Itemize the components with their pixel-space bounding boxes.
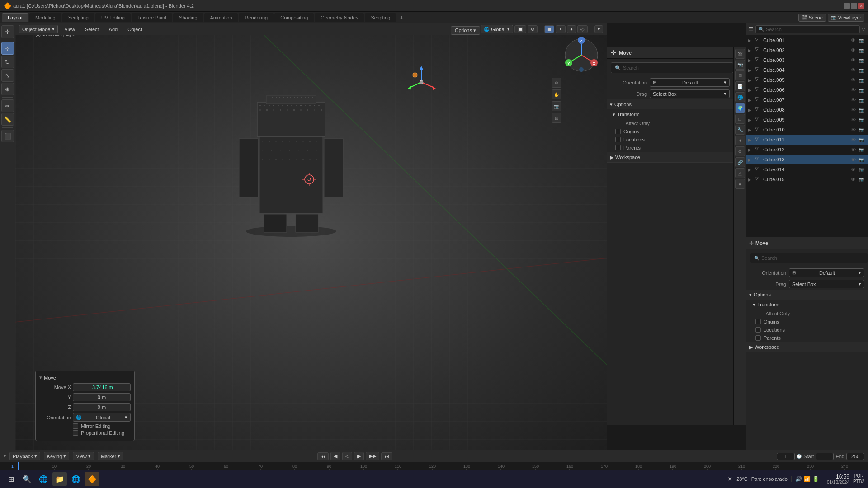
tool-rotate[interactable]: ↻ (1, 56, 14, 68)
scene-selector[interactable]: 🎬 Scene (798, 14, 826, 22)
camera-icon[interactable]: 📷 (552, 101, 561, 111)
playback-menu[interactable]: Playback ▾ (9, 452, 40, 460)
prop-tab-object-data[interactable]: △ (735, 168, 745, 178)
n-panel-search[interactable]: 🔍 Search (611, 62, 733, 73)
n-panel-drag-dropdown[interactable]: Select Box ▾ (650, 89, 730, 98)
prop-tab-view-layer[interactable]: 📑 (735, 81, 745, 91)
tool-annotate[interactable]: ✏ (1, 99, 14, 112)
properties-search[interactable]: 🔍 Search (750, 253, 868, 263)
orientation-dropdown[interactable]: 🌐 Global ▾ (73, 413, 131, 422)
props-parents-checkbox[interactable] (755, 335, 761, 341)
tab-animation[interactable]: Animation (204, 13, 238, 22)
minimize-button[interactable]: ─ (844, 3, 850, 9)
render-mode-xray[interactable]: ◎ (577, 25, 588, 33)
move-x-value[interactable]: -3.7416 m (73, 383, 131, 391)
battery-icon[interactable]: 🔋 (812, 476, 819, 482)
outliner-item-cube013[interactable]: ▶ ▽ Cube.013 👁 📷 (746, 155, 868, 164)
grid-icon[interactable]: ⊞ (552, 113, 561, 123)
timeline-collapse[interactable]: ▾ (4, 454, 6, 459)
options-button[interactable]: Options ▾ (451, 26, 480, 35)
blender-taskbar-icon[interactable]: 🔶 (85, 472, 99, 486)
prop-tab-particles[interactable]: ✦ (735, 136, 745, 145)
object-mode-dropdown[interactable]: Object Mode ▾ (19, 25, 58, 33)
outliner-item-cube008[interactable]: ▶ ▽ Cube.008 👁 📷 (746, 105, 868, 115)
props-options-title[interactable]: ▾ Options (746, 290, 868, 300)
move-z-value[interactable]: 0 m (73, 403, 131, 411)
render-mode-solid[interactable]: ◼ (544, 25, 554, 33)
filter-icon[interactable]: ▽ (862, 27, 865, 32)
end-frame-input[interactable]: 250 (846, 453, 864, 460)
outliner-search[interactable]: 🔍 Search (755, 25, 860, 33)
search-button[interactable]: 🔍 (20, 472, 34, 486)
origins-checkbox[interactable] (615, 129, 621, 134)
prop-tab-constraints[interactable]: 🔗 (735, 157, 745, 167)
outliner-item-cube002[interactable]: ▶ ▽ Cube.002 👁 📷 (746, 45, 868, 55)
tool-scale[interactable]: ⤡ (1, 69, 14, 82)
global-orientation-dropdown[interactable]: 🌐 Global ▾ (481, 25, 513, 33)
n-panel-workspace-title[interactable]: ▶ Workspace (607, 152, 733, 162)
tab-texture-paint[interactable]: Texture Paint (132, 13, 172, 22)
file-explorer-icon[interactable]: 📁 (52, 472, 67, 486)
outliner-item-cube012[interactable]: ▶ ▽ Cube.012 👁 📷 (746, 145, 868, 155)
outliner-item-cube015[interactable]: ▶ ▽ Cube.015 👁 📷 (746, 174, 868, 184)
current-frame-input[interactable]: 1 (777, 453, 795, 460)
prop-tab-modifier[interactable]: 🔧 (735, 125, 745, 135)
add-menu[interactable]: Add (105, 26, 122, 33)
props-drag-dropdown[interactable]: Select Box ▾ (789, 280, 864, 288)
marker-menu[interactable]: Marker ▾ (98, 452, 123, 460)
jump-start-button[interactable]: ⏮ (317, 452, 329, 460)
tab-layout[interactable]: Layout (2, 13, 28, 22)
task-view-button[interactable]: 🌐 (36, 472, 51, 486)
play-button[interactable]: ▶ (354, 452, 364, 460)
render-mode-rendered[interactable]: ● (567, 25, 576, 33)
tool-cursor[interactable]: ✛ (1, 25, 14, 38)
proportional-edit[interactable]: ⊙ (528, 25, 538, 33)
n-panel-transform-title[interactable]: ▾ Transform (610, 109, 731, 119)
outliner-item-cube005[interactable]: ▶ ▽ Cube.005 👁 📷 (746, 75, 868, 85)
outliner-item-cube006[interactable]: ▶ ▽ Cube.006 👁 📷 (746, 85, 868, 95)
tool-move[interactable]: ⊹ (1, 42, 14, 55)
prev-frame-button[interactable]: ◀ (330, 452, 340, 460)
browser-icon[interactable]: 🌐 (69, 472, 83, 486)
snap-toggle[interactable]: 🔲 (514, 25, 526, 33)
shading-options[interactable]: ▾ (594, 25, 603, 33)
outliner-item-cube011[interactable]: ▶ ▽ Cube.011 👁 📷 (746, 135, 868, 145)
props-locations-checkbox[interactable] (755, 327, 761, 333)
language-indicator[interactable]: POR PTB2 (853, 474, 864, 484)
n-panel-options-title[interactable]: ▾ Options (607, 99, 733, 109)
object-menu[interactable]: Object (124, 26, 146, 33)
props-orientation-dropdown[interactable]: ⊞ Default ▾ (789, 268, 864, 277)
add-workspace-button[interactable]: + (397, 13, 406, 22)
viewport-3d[interactable]: Object Mode ▾ View Select Add Object 🌐 G… (15, 23, 607, 450)
jump-end-button[interactable]: ⏭ (381, 452, 392, 460)
clock-display[interactable]: 16:59 01/12/2024 (827, 474, 849, 485)
proportional-editing-checkbox[interactable] (73, 430, 78, 436)
play-reverse-button[interactable]: ◁ (342, 452, 352, 460)
render-mode-material[interactable]: ⚬ (556, 25, 566, 33)
tool-measure[interactable]: 📏 (1, 113, 14, 126)
outliner-item-cube007[interactable]: ▶ ▽ Cube.007 👁 📷 (746, 95, 868, 105)
network-icon[interactable]: 🔊 (795, 476, 802, 482)
prop-tab-scene2[interactable]: 🌐 (735, 92, 745, 102)
zoom-to-fit-icon[interactable]: ⊕ (552, 78, 561, 88)
prop-tab-render[interactable]: 📷 (735, 60, 745, 70)
tab-compositing[interactable]: Compositing (274, 13, 314, 22)
next-frame-button[interactable]: ▶▶ (366, 452, 379, 460)
prop-tab-object[interactable]: □ (735, 114, 745, 124)
start-frame-input[interactable]: 1 (816, 453, 834, 460)
tab-modeling[interactable]: Modeling (29, 13, 61, 22)
outliner-item-cube010[interactable]: ▶ ▽ Cube.010 👁 📷 (746, 125, 868, 135)
prop-tab-physics[interactable]: ⚙ (735, 146, 745, 156)
props-transform-title[interactable]: ▾ Transform (750, 300, 864, 310)
tab-geometry-nodes[interactable]: Geometry Nodes (315, 13, 364, 22)
navigation-gizmo[interactable]: Z X Y (563, 37, 599, 73)
outliner-item-cube003[interactable]: ▶ ▽ Cube.003 👁 📷 (746, 55, 868, 65)
transform-gizmo[interactable] (403, 64, 439, 100)
maximize-button[interactable]: □ (851, 3, 857, 9)
tool-transform[interactable]: ⊕ (1, 83, 14, 95)
view-menu[interactable]: View (61, 26, 79, 33)
move-y-value[interactable]: 0 m (73, 393, 131, 401)
tab-rendering[interactable]: Rendering (239, 13, 274, 22)
tab-uv-editing[interactable]: UV Editing (95, 13, 131, 22)
tool-add-cube[interactable]: ⬛ (1, 130, 14, 142)
